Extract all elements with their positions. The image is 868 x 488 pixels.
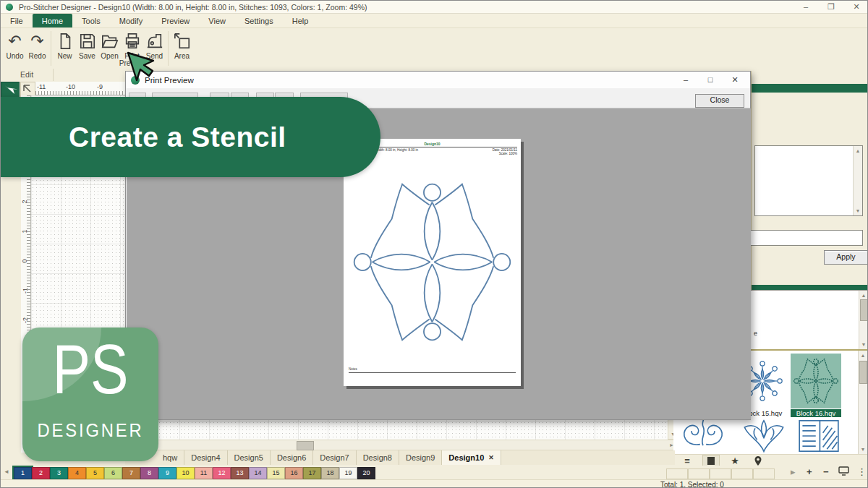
panel-header-bar bbox=[752, 84, 868, 93]
color-swatch-1[interactable]: 1 bbox=[14, 467, 32, 479]
menu-preview[interactable]: Preview bbox=[152, 14, 199, 27]
scrollbar-thumb[interactable] bbox=[297, 441, 314, 450]
notes-label: Notes bbox=[349, 367, 516, 373]
menu-help[interactable]: Help bbox=[283, 14, 318, 27]
area-button[interactable]: Area bbox=[171, 31, 193, 60]
dialog-close-button[interactable]: Close bbox=[695, 94, 744, 108]
scroll-down-icon[interactable]: ▼ bbox=[854, 206, 862, 215]
library-scrollbar[interactable]: ▲ ▼ bbox=[858, 351, 867, 454]
monitor-icon[interactable] bbox=[838, 466, 849, 478]
tab-design9[interactable]: Design9 bbox=[399, 450, 442, 465]
color-swatch-9[interactable]: 9 bbox=[158, 467, 176, 479]
panel-text-input[interactable] bbox=[746, 230, 863, 246]
color-swatch-4[interactable]: 4 bbox=[68, 467, 86, 479]
color-swatch-2[interactable]: 2 bbox=[32, 467, 50, 479]
menu-settings[interactable]: Settings bbox=[235, 14, 283, 27]
color-swatch-13[interactable]: 13 bbox=[231, 467, 249, 479]
dialog-minimize-button[interactable]: – bbox=[673, 73, 698, 87]
document-tab-bar: hqwDesign4Design5Design6Design7Design8De… bbox=[125, 450, 675, 465]
open-folder-icon bbox=[101, 31, 119, 51]
tab-design5[interactable]: Design5 bbox=[228, 450, 271, 465]
scroll-down-icon[interactable]: ▼ bbox=[859, 445, 867, 454]
color-swatch-11[interactable]: 11 bbox=[195, 467, 213, 479]
color-swatch-16[interactable]: 16 bbox=[285, 467, 303, 479]
color-swatch-17[interactable]: 17 bbox=[303, 467, 321, 479]
minimize-button[interactable]: – bbox=[795, 1, 817, 14]
color-swatch-3[interactable]: 3 bbox=[50, 467, 68, 479]
menu-modify[interactable]: Modify bbox=[110, 14, 152, 27]
color-swatch-20[interactable]: 20 bbox=[357, 467, 375, 479]
list-scrollbar[interactable]: ▲ ▼ bbox=[859, 291, 868, 349]
app-window: Pro-Stitcher Designer - Design10 (Width:… bbox=[0, 0, 868, 488]
selection-status: Total: 1, Selected: 0 bbox=[660, 481, 724, 488]
save-button[interactable]: Save bbox=[76, 31, 98, 60]
scrollbar-thumb[interactable] bbox=[859, 361, 867, 384]
thumbnail-swirl[interactable] bbox=[678, 418, 728, 454]
select-tool-button[interactable] bbox=[1, 82, 20, 98]
color-swatch-19[interactable]: 19 bbox=[339, 467, 357, 479]
thumbnail-image bbox=[739, 418, 789, 454]
thumbnail-image bbox=[678, 418, 728, 454]
redo-icon: ↷ bbox=[30, 31, 43, 51]
tab-label: Design4 bbox=[191, 453, 220, 463]
scrollbar-thumb[interactable] bbox=[860, 299, 868, 321]
color-swatch-8[interactable]: 8 bbox=[140, 467, 158, 479]
scroll-up-icon[interactable]: ▲ bbox=[854, 146, 862, 155]
save-icon bbox=[79, 31, 96, 51]
close-button[interactable]: ✕ bbox=[846, 1, 867, 14]
tab-close-icon[interactable]: ✕ bbox=[488, 453, 494, 463]
palette-back-icon[interactable]: ◄ bbox=[4, 468, 9, 475]
color-swatch-18[interactable]: 18 bbox=[321, 467, 339, 479]
color-swatch-5[interactable]: 5 bbox=[86, 467, 104, 479]
panel-textarea[interactable]: ▲ ▼ bbox=[754, 145, 863, 216]
zoom-in-icon[interactable]: + bbox=[807, 466, 812, 477]
new-button[interactable]: New bbox=[54, 31, 76, 60]
panel-list-box[interactable]: e ▲ ▼ bbox=[746, 290, 868, 350]
color-swatch-7[interactable]: 7 bbox=[122, 467, 140, 479]
menu-file[interactable]: File bbox=[1, 14, 33, 27]
thumbnail-heart[interactable] bbox=[739, 418, 789, 454]
thumbnail-block-16[interactable]: Block 16.hqv bbox=[791, 354, 841, 417]
list-text-fragment: e bbox=[754, 330, 757, 337]
dialog-maximize-button[interactable]: □ bbox=[698, 73, 723, 87]
expand-arrow-icon[interactable]: ▸ bbox=[791, 466, 796, 477]
undo-button[interactable]: ↶ Undo bbox=[4, 31, 26, 60]
status-bar: Total: 1, Selected: 0 bbox=[1, 479, 868, 488]
apply-button[interactable]: Apply bbox=[824, 250, 868, 265]
group-edit: Edit bbox=[1, 69, 54, 81]
empty-slot bbox=[688, 468, 710, 479]
tab-design4[interactable]: Design4 bbox=[184, 450, 227, 465]
scroll-up-icon[interactable]: ▲ bbox=[859, 351, 867, 360]
color-swatch-15[interactable]: 15 bbox=[267, 467, 285, 479]
logo-designer-text: DESIGNER bbox=[26, 420, 156, 441]
more-options-icon[interactable]: ⋮ bbox=[857, 466, 867, 477]
restore-button[interactable]: ❐ bbox=[820, 1, 842, 14]
page-meta: Date: 2021/01/11 Scale: 100% bbox=[493, 148, 517, 155]
empty-slot bbox=[731, 468, 753, 479]
empty-slot bbox=[753, 468, 775, 479]
redo-button[interactable]: ↷ Redo bbox=[26, 31, 48, 60]
color-swatch-10[interactable]: 10 bbox=[176, 467, 195, 479]
textarea-scrollbar[interactable]: ▲ ▼ bbox=[853, 146, 862, 215]
tab-design8[interactable]: Design8 bbox=[357, 450, 399, 465]
color-swatch-12[interactable]: 12 bbox=[213, 467, 231, 479]
undo-icon: ↶ bbox=[8, 31, 21, 51]
tab-design6[interactable]: Design6 bbox=[271, 450, 313, 465]
zoom-out-icon[interactable]: − bbox=[823, 466, 829, 477]
dialog-title-bar[interactable]: Print Preview bbox=[126, 72, 750, 88]
menu-home[interactable]: Home bbox=[33, 14, 72, 27]
color-swatch-14[interactable]: 14 bbox=[249, 467, 267, 479]
open-button[interactable]: Open bbox=[98, 31, 121, 60]
scroll-down-icon[interactable]: ▼ bbox=[859, 340, 868, 349]
menu-view[interactable]: View bbox=[199, 14, 235, 27]
dialog-close-icon[interactable]: ✕ bbox=[723, 73, 747, 87]
ps-designer-logo: PS DESIGNER bbox=[22, 328, 158, 461]
ribbon-separator bbox=[168, 31, 169, 66]
thumbnail-hatch[interactable] bbox=[793, 418, 844, 454]
stencil-design bbox=[349, 179, 516, 346]
tab-label: Design10 bbox=[448, 453, 484, 463]
menu-tools[interactable]: Tools bbox=[72, 14, 110, 27]
color-swatch-6[interactable]: 6 bbox=[104, 467, 122, 479]
tab-design7[interactable]: Design7 bbox=[313, 450, 356, 465]
tab-design10[interactable]: Design10✕ bbox=[442, 450, 501, 465]
